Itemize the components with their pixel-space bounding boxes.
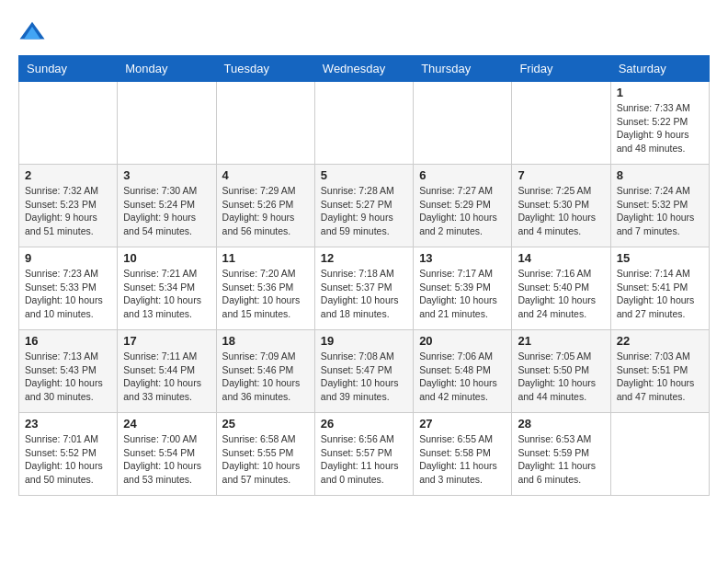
day-number: 27 (419, 417, 506, 431)
day-number: 6 (419, 168, 506, 182)
calendar-cell: 25Sunrise: 6:58 AM Sunset: 5:55 PM Dayli… (216, 413, 314, 496)
day-number: 25 (222, 417, 309, 431)
day-info: Sunrise: 7:30 AM Sunset: 5:24 PM Dayligh… (123, 184, 210, 238)
calendar-cell: 22Sunrise: 7:03 AM Sunset: 5:51 PM Dayli… (610, 330, 709, 413)
calendar-day-header: Wednesday (314, 56, 413, 82)
day-number: 18 (222, 334, 309, 348)
calendar-cell (19, 82, 118, 165)
day-number: 12 (321, 251, 407, 265)
calendar-week-row: 2Sunrise: 7:32 AM Sunset: 5:23 PM Daylig… (19, 165, 710, 247)
day-number: 20 (419, 334, 506, 348)
calendar-cell: 13Sunrise: 7:17 AM Sunset: 5:39 PM Dayli… (414, 247, 512, 330)
calendar-cell: 16Sunrise: 7:13 AM Sunset: 5:43 PM Dayli… (19, 330, 118, 413)
day-info: Sunrise: 7:01 AM Sunset: 5:52 PM Dayligh… (25, 432, 111, 487)
calendar-cell: 8Sunrise: 7:24 AM Sunset: 5:32 PM Daylig… (610, 165, 709, 247)
calendar-cell: 28Sunrise: 6:53 AM Sunset: 5:59 PM Dayli… (512, 413, 610, 496)
day-info: Sunrise: 7:03 AM Sunset: 5:51 PM Dayligh… (617, 350, 703, 404)
calendar-cell: 5Sunrise: 7:28 AM Sunset: 5:27 PM Daylig… (314, 165, 413, 247)
day-info: Sunrise: 7:14 AM Sunset: 5:41 PM Dayligh… (617, 267, 703, 321)
day-number: 1 (617, 86, 703, 99)
calendar-header-row: SundayMondayTuesdayWednesdayThursdayFrid… (19, 56, 710, 82)
calendar-week-row: 16Sunrise: 7:13 AM Sunset: 5:43 PM Dayli… (19, 330, 710, 413)
calendar-cell: 4Sunrise: 7:29 AM Sunset: 5:26 PM Daylig… (216, 165, 314, 247)
day-number: 3 (123, 168, 210, 182)
day-number: 15 (617, 251, 703, 265)
day-info: Sunrise: 7:09 AM Sunset: 5:46 PM Dayligh… (222, 350, 309, 404)
day-number: 8 (617, 168, 703, 182)
calendar-cell (216, 82, 314, 165)
day-info: Sunrise: 7:21 AM Sunset: 5:34 PM Dayligh… (123, 267, 210, 321)
calendar-cell: 18Sunrise: 7:09 AM Sunset: 5:46 PM Dayli… (216, 330, 314, 413)
day-number: 9 (25, 251, 111, 265)
day-info: Sunrise: 7:18 AM Sunset: 5:37 PM Dayligh… (321, 267, 407, 321)
day-info: Sunrise: 7:23 AM Sunset: 5:33 PM Dayligh… (25, 267, 111, 321)
calendar-cell: 1Sunrise: 7:33 AM Sunset: 5:22 PM Daylig… (610, 82, 709, 165)
calendar-cell: 26Sunrise: 6:56 AM Sunset: 5:57 PM Dayli… (314, 413, 413, 496)
day-number: 23 (25, 417, 111, 431)
day-number: 10 (123, 251, 210, 265)
calendar-cell: 20Sunrise: 7:06 AM Sunset: 5:48 PM Dayli… (414, 330, 512, 413)
day-info: Sunrise: 7:28 AM Sunset: 5:27 PM Dayligh… (321, 184, 407, 238)
calendar-day-header: Tuesday (216, 56, 314, 82)
day-info: Sunrise: 7:24 AM Sunset: 5:32 PM Dayligh… (617, 184, 703, 238)
day-info: Sunrise: 7:05 AM Sunset: 5:50 PM Dayligh… (518, 350, 604, 404)
calendar-cell (512, 82, 610, 165)
calendar-cell: 24Sunrise: 7:00 AM Sunset: 5:54 PM Dayli… (118, 413, 216, 496)
calendar-cell: 12Sunrise: 7:18 AM Sunset: 5:37 PM Dayli… (314, 247, 413, 330)
day-info: Sunrise: 6:55 AM Sunset: 5:58 PM Dayligh… (419, 432, 506, 487)
day-number: 5 (321, 168, 407, 182)
calendar-cell: 27Sunrise: 6:55 AM Sunset: 5:58 PM Dayli… (414, 413, 512, 496)
day-number: 21 (518, 334, 604, 348)
calendar-week-row: 23Sunrise: 7:01 AM Sunset: 5:52 PM Dayli… (19, 413, 710, 496)
day-info: Sunrise: 7:13 AM Sunset: 5:43 PM Dayligh… (25, 350, 111, 404)
day-number: 4 (222, 168, 309, 182)
calendar-cell: 6Sunrise: 7:27 AM Sunset: 5:29 PM Daylig… (414, 165, 512, 247)
calendar-week-row: 9Sunrise: 7:23 AM Sunset: 5:33 PM Daylig… (19, 247, 710, 330)
calendar-cell (414, 82, 512, 165)
logo-icon (18, 18, 46, 46)
day-info: Sunrise: 6:53 AM Sunset: 5:59 PM Dayligh… (518, 432, 604, 487)
day-number: 24 (123, 417, 210, 431)
day-info: Sunrise: 7:17 AM Sunset: 5:39 PM Dayligh… (419, 267, 506, 321)
day-number: 14 (518, 251, 604, 265)
logo (18, 18, 50, 46)
calendar-table: SundayMondayTuesdayWednesdayThursdayFrid… (18, 55, 710, 496)
calendar-day-header: Sunday (19, 56, 118, 82)
day-number: 17 (123, 334, 210, 348)
calendar-cell (610, 413, 709, 496)
calendar-cell: 11Sunrise: 7:20 AM Sunset: 5:36 PM Dayli… (216, 247, 314, 330)
calendar-cell: 17Sunrise: 7:11 AM Sunset: 5:44 PM Dayli… (118, 330, 216, 413)
day-info: Sunrise: 7:27 AM Sunset: 5:29 PM Dayligh… (419, 184, 506, 238)
calendar-day-header: Thursday (414, 56, 512, 82)
calendar-cell: 9Sunrise: 7:23 AM Sunset: 5:33 PM Daylig… (19, 247, 118, 330)
calendar-cell: 2Sunrise: 7:32 AM Sunset: 5:23 PM Daylig… (19, 165, 118, 247)
day-number: 2 (25, 168, 111, 182)
day-info: Sunrise: 6:58 AM Sunset: 5:55 PM Dayligh… (222, 432, 309, 487)
calendar-cell (314, 82, 413, 165)
day-info: Sunrise: 7:00 AM Sunset: 5:54 PM Dayligh… (123, 432, 210, 487)
calendar-cell: 7Sunrise: 7:25 AM Sunset: 5:30 PM Daylig… (512, 165, 610, 247)
calendar-cell: 3Sunrise: 7:30 AM Sunset: 5:24 PM Daylig… (118, 165, 216, 247)
day-info: Sunrise: 7:25 AM Sunset: 5:30 PM Dayligh… (518, 184, 604, 238)
page-header (18, 18, 710, 46)
day-info: Sunrise: 7:20 AM Sunset: 5:36 PM Dayligh… (222, 267, 309, 321)
day-info: Sunrise: 7:06 AM Sunset: 5:48 PM Dayligh… (419, 350, 506, 404)
day-info: Sunrise: 7:29 AM Sunset: 5:26 PM Dayligh… (222, 184, 309, 238)
day-info: Sunrise: 7:33 AM Sunset: 5:22 PM Dayligh… (617, 101, 703, 155)
day-number: 7 (518, 168, 604, 182)
calendar-week-row: 1Sunrise: 7:33 AM Sunset: 5:22 PM Daylig… (19, 82, 710, 165)
calendar-cell: 19Sunrise: 7:08 AM Sunset: 5:47 PM Dayli… (314, 330, 413, 413)
calendar-day-header: Monday (118, 56, 216, 82)
day-info: Sunrise: 7:11 AM Sunset: 5:44 PM Dayligh… (123, 350, 210, 404)
calendar-cell (118, 82, 216, 165)
calendar-cell: 10Sunrise: 7:21 AM Sunset: 5:34 PM Dayli… (118, 247, 216, 330)
calendar-day-header: Friday (512, 56, 610, 82)
calendar-cell: 15Sunrise: 7:14 AM Sunset: 5:41 PM Dayli… (610, 247, 709, 330)
calendar-cell: 21Sunrise: 7:05 AM Sunset: 5:50 PM Dayli… (512, 330, 610, 413)
calendar-day-header: Saturday (610, 56, 709, 82)
calendar-cell: 23Sunrise: 7:01 AM Sunset: 5:52 PM Dayli… (19, 413, 118, 496)
day-number: 28 (518, 417, 604, 431)
day-number: 11 (222, 251, 309, 265)
day-info: Sunrise: 7:32 AM Sunset: 5:23 PM Dayligh… (25, 184, 111, 238)
day-number: 26 (321, 417, 407, 431)
